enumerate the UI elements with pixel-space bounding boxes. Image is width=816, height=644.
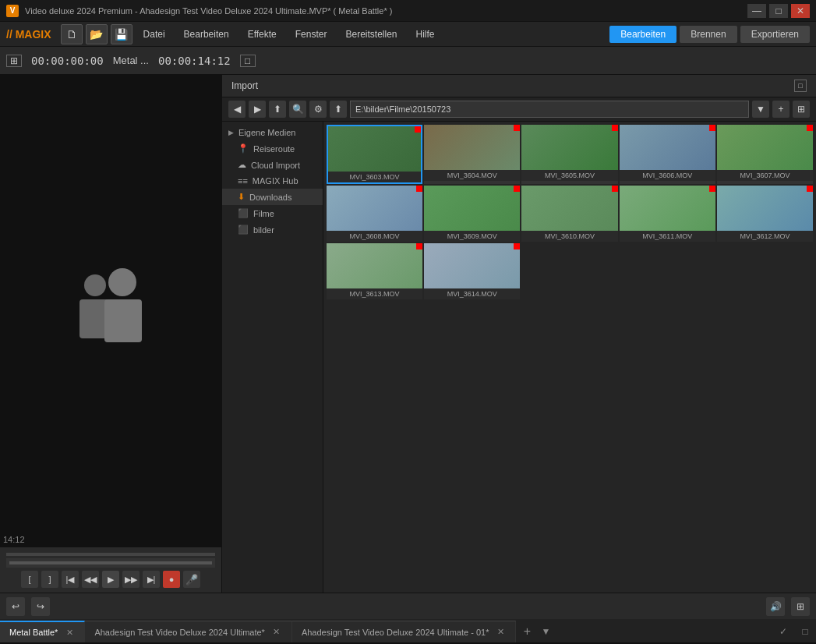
tab-add-button[interactable]: + (516, 621, 538, 642)
menu-bereitstellen[interactable]: Bereitstellen (337, 26, 404, 43)
red-corner-11 (514, 243, 520, 249)
nav-search-button[interactable]: 🔍 (289, 101, 306, 118)
menu-datei[interactable]: Datei (136, 26, 173, 43)
save-icon-btn[interactable]: 💾 (111, 24, 132, 44)
sidebar-item-filme[interactable]: ⬛ Filme (222, 205, 323, 221)
brennen-button[interactable]: Brennen (680, 26, 737, 43)
menu-bar-right: Bearbeiten Brennen Exportieren (609, 26, 810, 43)
tab-0[interactable]: Metal Battle* ✕ (0, 621, 85, 642)
next-frame-button[interactable]: ▶| (143, 571, 160, 588)
tab-2[interactable]: Ahadesign Test Video Deluxe 2024 Ultimat… (292, 621, 517, 642)
prev-frame-button[interactable]: |◀ (62, 571, 79, 588)
nav-dropdown-button[interactable]: ▼ (752, 101, 769, 118)
preview-person-icon (64, 268, 157, 354)
record-button[interactable]: ● (163, 571, 180, 588)
svg-point-2 (108, 268, 136, 296)
path-text: E:\bilder\Filme\20150723 (355, 104, 450, 114)
grid-button[interactable]: ⊞ (791, 597, 810, 616)
nav-grid-button[interactable]: ⊞ (793, 101, 810, 118)
nav-back-button[interactable]: ◀ (228, 101, 246, 118)
tab-close-2[interactable]: ✕ (495, 627, 506, 638)
nav-settings-button[interactable]: ⚙ (309, 101, 327, 118)
media-thumb-3 (620, 125, 715, 170)
title-bar-left: V Video deluxe 2024 Premium - Ahadesign … (6, 5, 392, 17)
red-corner-0 (415, 126, 421, 133)
menu-hilfe[interactable]: Hilfe (408, 26, 443, 43)
redo-button[interactable]: ↪ (31, 597, 50, 616)
file-icon-btn[interactable]: 🗋 (61, 24, 83, 44)
red-corner-8 (709, 186, 715, 192)
nav-add-button[interactable]: + (772, 101, 790, 118)
tab-close-0[interactable]: ✕ (64, 627, 75, 638)
nav-up-button[interactable]: ⬆ (269, 101, 286, 118)
sidebar-item-bilder[interactable]: ⬛ bilder (222, 221, 323, 238)
media-label-9: MVI_3612.MOV (717, 231, 813, 242)
close-button[interactable]: ✕ (791, 4, 810, 18)
tab-close-1[interactable]: ✕ (271, 627, 282, 638)
prev-button[interactable]: ◀◀ (82, 571, 99, 588)
media-item-4[interactable]: MVI_3607.MOV (717, 125, 813, 184)
magix-logo: // MAGIX (6, 28, 51, 41)
mark-in-button[interactable]: [ (21, 571, 38, 588)
media-item-11[interactable]: MVI_3614.MOV (424, 243, 520, 299)
next-button[interactable]: ▶▶ (122, 571, 140, 588)
nav-forward-button[interactable]: ▶ (249, 101, 266, 118)
tab-check-button[interactable]: ✓ (772, 621, 794, 642)
volume-button[interactable]: 🔊 (766, 597, 785, 616)
undo-button[interactable]: ↩ (6, 597, 25, 616)
media-item-5[interactable]: MVI_3608.MOV (327, 186, 422, 242)
path-bar[interactable]: E:\bilder\Filme\20150723 (350, 101, 749, 118)
import-header: Import □ (222, 75, 816, 97)
red-corner-2 (612, 125, 618, 131)
preview-timecode: 14:12 (3, 535, 25, 544)
import-expand-btn[interactable]: □ (794, 80, 807, 92)
main-area: 14:12 [ ] |◀ ◀◀ ▶ ▶▶ ▶| ● 🎤 Imp (0, 75, 816, 593)
media-item-1[interactable]: MVI_3604.MOV (424, 125, 520, 184)
media-item-10[interactable]: MVI_3613.MOV (327, 243, 422, 299)
timeline-scrubber[interactable] (6, 553, 215, 556)
reiseroute-icon: 📍 (238, 143, 249, 154)
open-icon-btn[interactable]: 📂 (86, 24, 108, 44)
sidebar-item-reiseroute[interactable]: 📍 Reiseroute (222, 140, 323, 157)
bearbeiten-button[interactable]: Bearbeiten (609, 26, 676, 43)
media-label-0: MVI_3603.MOV (328, 172, 421, 182)
media-thumb-2 (521, 125, 617, 170)
media-item-3[interactable]: MVI_3606.MOV (620, 125, 715, 184)
nav-share-button[interactable]: ⬆ (330, 101, 347, 118)
media-label-7: MVI_3610.MOV (521, 231, 617, 242)
cloud-label: Cloud Import (251, 161, 300, 170)
media-item-2[interactable]: MVI_3605.MOV (521, 125, 617, 184)
mark-out-button[interactable]: ] (41, 571, 58, 588)
media-item-8[interactable]: MVI_3611.MOV (620, 186, 715, 242)
tab-dropdown-button[interactable]: ▼ (538, 621, 553, 642)
media-thumb-5 (327, 186, 422, 231)
sidebar-item-downloads[interactable]: ⬇ Downloads (222, 189, 323, 205)
media-item-7[interactable]: MVI_3610.MOV (521, 186, 617, 242)
tab-expand-button[interactable]: □ (794, 621, 816, 642)
media-item-0[interactable]: MVI_3603.MOV (327, 125, 422, 184)
import-content: ▶ Eigene Medien 📍 Reiseroute ☁ Cloud Imp… (222, 122, 816, 593)
minimize-button[interactable]: — (747, 4, 766, 18)
menu-fenster[interactable]: Fenster (288, 26, 335, 43)
title-bar-controls: — □ ✕ (747, 4, 810, 18)
exportieren-button[interactable]: Exportieren (740, 26, 810, 43)
sidebar-group-eigene[interactable]: ▶ Eigene Medien (222, 125, 323, 140)
media-item-6[interactable]: MVI_3609.MOV (424, 186, 520, 242)
play-button[interactable]: ▶ (102, 571, 119, 588)
preview-screen: 14:12 (0, 75, 221, 547)
title-bar: V Video deluxe 2024 Premium - Ahadesign … (0, 0, 816, 22)
media-item-9[interactable]: MVI_3612.MOV (717, 186, 813, 242)
downloads-label: Downloads (249, 193, 291, 202)
menu-bearbeiten[interactable]: Bearbeiten (176, 26, 237, 43)
import-title: Import (231, 80, 258, 91)
menu-bar-left: // MAGIX 🗋 📂 💾 Datei Bearbeiten Effekte … (6, 24, 443, 44)
sidebar-item-cloud[interactable]: ☁ Cloud Import (222, 157, 323, 173)
red-corner-4 (807, 125, 813, 131)
maximize-button[interactable]: □ (769, 4, 788, 18)
sidebar-item-magixhub[interactable]: ≡≡ MAGIX Hub (222, 173, 323, 189)
menu-effekte[interactable]: Effekte (240, 26, 284, 43)
transport-aspect-box: □ (240, 55, 256, 67)
tab-label-1: Ahadesign Test Video Deluxe 2024 Ultimat… (94, 628, 265, 637)
tab-1[interactable]: Ahadesign Test Video Deluxe 2024 Ultimat… (85, 621, 292, 642)
mic-button[interactable]: 🎤 (183, 571, 200, 588)
